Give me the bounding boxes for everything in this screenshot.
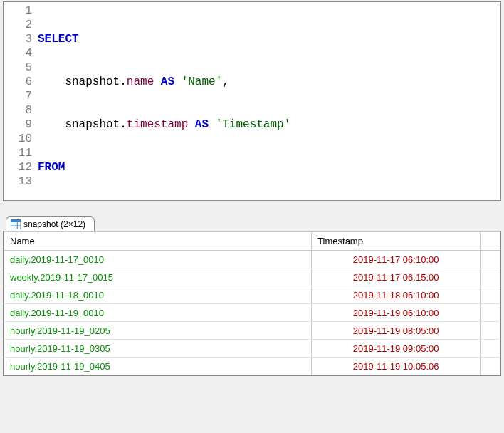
cell-timestamp: 2019-11-19 08:05:00 bbox=[312, 322, 481, 340]
cell-timestamp: 2019-11-19 09:05:00 bbox=[312, 340, 481, 358]
table-row[interactable]: daily.2019-11-18_0010 2019-11-18 06:10:0… bbox=[4, 286, 500, 304]
kw-from: FROM bbox=[38, 161, 65, 174]
header-timestamp[interactable]: Timestamp bbox=[312, 232, 481, 251]
cell-name: hourly.2019-11-19_0305 bbox=[4, 340, 312, 358]
kw-select: SELECT bbox=[38, 33, 79, 46]
cell-timestamp: 2019-11-19 06:10:00 bbox=[312, 304, 481, 322]
table-row[interactable]: daily.2019-11-19_0010 2019-11-19 06:10:0… bbox=[4, 304, 500, 322]
cell-timestamp: 2019-11-18 06:10:00 bbox=[312, 286, 481, 304]
header-name[interactable]: Name bbox=[4, 232, 312, 251]
svg-rect-1 bbox=[11, 219, 21, 222]
table-icon bbox=[11, 219, 21, 229]
tab-label: snapshot (2×12) bbox=[23, 219, 85, 229]
col-timestamp: timestamp bbox=[127, 118, 188, 131]
tab-snapshot[interactable]: snapshot (2×12) bbox=[6, 216, 95, 231]
cell-name: weekly.2019-11-17_0015 bbox=[4, 268, 312, 286]
cell-name: daily.2019-11-19_0010 bbox=[4, 304, 312, 322]
table-row[interactable]: daily.2019-11-17_0010 2019-11-17 06:10:0… bbox=[4, 251, 500, 268]
col-name: name bbox=[127, 75, 154, 88]
table-row[interactable]: weekly.2019-11-17_0015 2019-11-17 06:15:… bbox=[4, 268, 500, 286]
table-row[interactable]: hourly.2019-11-19_0205 2019-11-19 08:05:… bbox=[4, 322, 500, 340]
results-grid-pane: Name Timestamp daily.2019-11-17_0010 201… bbox=[3, 231, 501, 376]
results-tabbar: snapshot (2×12) bbox=[6, 211, 504, 231]
cell-name: hourly.2019-11-19_0205 bbox=[4, 322, 312, 340]
cell-timestamp: 2019-11-17 06:10:00 bbox=[312, 251, 481, 268]
sql-code-area[interactable]: SELECT snapshot.name AS 'Name', snapshot… bbox=[38, 4, 500, 201]
table-row[interactable]: hourly.2019-11-19_0405 2019-11-19 10:05:… bbox=[4, 358, 500, 375]
sql-editor-pane[interactable]: 12345678910111213 SELECT snapshot.name A… bbox=[3, 1, 501, 201]
cell-name: daily.2019-11-18_0010 bbox=[4, 286, 312, 304]
table-row[interactable]: hourly.2019-11-19_0305 2019-11-19 09:05:… bbox=[4, 340, 500, 358]
table-header-row: Name Timestamp bbox=[4, 232, 500, 251]
line-number-gutter: 12345678910111213 bbox=[4, 4, 38, 201]
cell-name: daily.2019-11-17_0010 bbox=[4, 251, 312, 268]
results-table[interactable]: Name Timestamp daily.2019-11-17_0010 201… bbox=[4, 231, 500, 375]
cell-name: hourly.2019-11-19_0405 bbox=[4, 358, 312, 375]
cell-timestamp: 2019-11-19 10:05:06 bbox=[312, 358, 481, 375]
header-spacer bbox=[481, 232, 500, 251]
cell-timestamp: 2019-11-17 06:15:00 bbox=[312, 268, 481, 286]
